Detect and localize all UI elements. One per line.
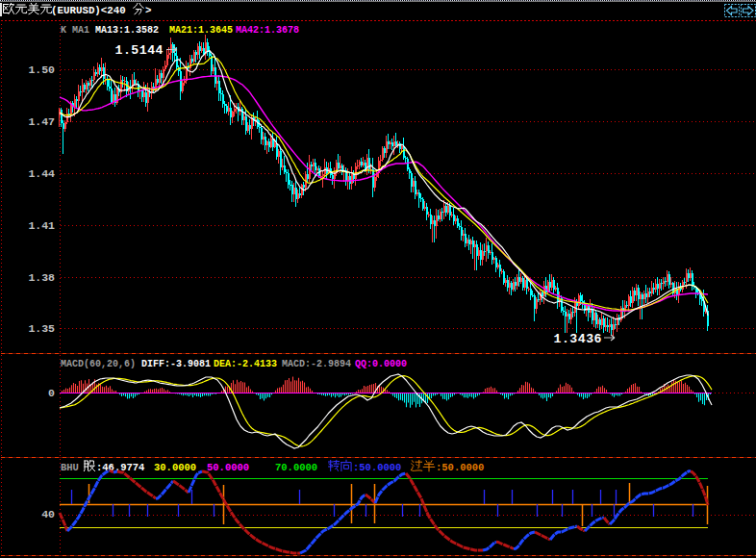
svg-text:MA42:1.3678: MA42:1.3678 <box>236 25 299 36</box>
svg-text:DEA:-2.4133: DEA:-2.4133 <box>214 359 277 369</box>
svg-text:MACD:-2.9894: MACD:-2.9894 <box>282 359 351 369</box>
svg-text:1.5144: 1.5144 <box>115 43 164 58</box>
svg-text:0: 0 <box>48 387 55 399</box>
svg-text:30.0000: 30.0000 <box>154 462 196 473</box>
svg-text:1.41: 1.41 <box>28 219 55 232</box>
svg-text:1.38: 1.38 <box>28 271 55 284</box>
svg-text:DIFF:-3.9081: DIFF:-3.9081 <box>141 359 211 369</box>
svg-text:K: K <box>61 25 66 36</box>
svg-text:BHU: BHU <box>61 462 79 473</box>
svg-text:50.0000: 50.0000 <box>207 462 249 473</box>
svg-text:MA21:1.3645: MA21:1.3645 <box>169 25 233 36</box>
svg-text:QQ:0.0000: QQ:0.0000 <box>355 359 407 369</box>
svg-text:MA1: MA1 <box>72 25 89 36</box>
svg-text:1.44: 1.44 <box>28 167 55 180</box>
svg-text::50.0000: :50.0000 <box>436 462 484 473</box>
svg-text:1.3436: 1.3436 <box>554 332 602 346</box>
svg-text:(EURUSD)<240: (EURUSD)<240 <box>51 5 126 16</box>
svg-text:1.50: 1.50 <box>28 63 55 76</box>
svg-text:70.0000: 70.0000 <box>275 462 317 473</box>
svg-text:1.47: 1.47 <box>28 115 55 128</box>
svg-text:1.35: 1.35 <box>28 322 55 335</box>
svg-text:MA13:1.3582: MA13:1.3582 <box>95 25 159 36</box>
svg-text::50.0000: :50.0000 <box>353 462 401 473</box>
svg-text:>: > <box>145 5 151 16</box>
svg-text:MACD(60,20,6): MACD(60,20,6) <box>61 359 136 369</box>
svg-text:40: 40 <box>41 508 55 520</box>
